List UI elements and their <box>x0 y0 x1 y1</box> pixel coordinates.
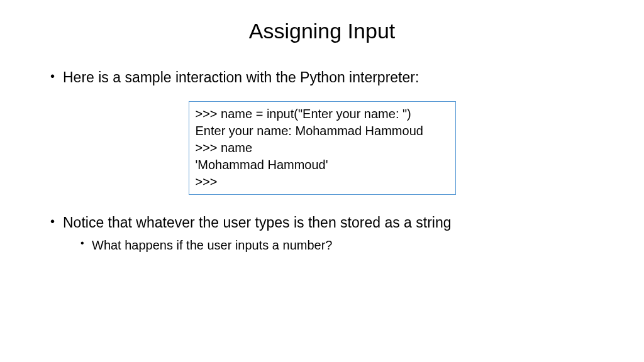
sub-bullet-item: What happens if the user inputs a number… <box>80 236 594 254</box>
bullet-item: Here is a sample interaction with the Py… <box>50 67 594 87</box>
bullet-text: Notice that whatever the user types is t… <box>63 214 452 231</box>
bullet-list: Here is a sample interaction with the Py… <box>50 67 594 87</box>
sub-bullet-list: What happens if the user inputs a number… <box>80 236 594 254</box>
code-box: >>> name = input("Enter your name: ") En… <box>189 101 456 195</box>
bullet-item: Notice that whatever the user types is t… <box>50 212 594 254</box>
code-line: 'Mohammad Hammoud' <box>196 156 449 173</box>
code-line: >>> name = input("Enter your name: ") <box>196 106 449 123</box>
slide-title: Assigning Input <box>50 19 594 43</box>
code-line: >>> name <box>196 140 449 156</box>
code-line: Enter your name: Mohammad Hammoud <box>196 123 449 140</box>
bullet-list: Notice that whatever the user types is t… <box>50 212 594 254</box>
code-line: >>> <box>196 173 449 190</box>
